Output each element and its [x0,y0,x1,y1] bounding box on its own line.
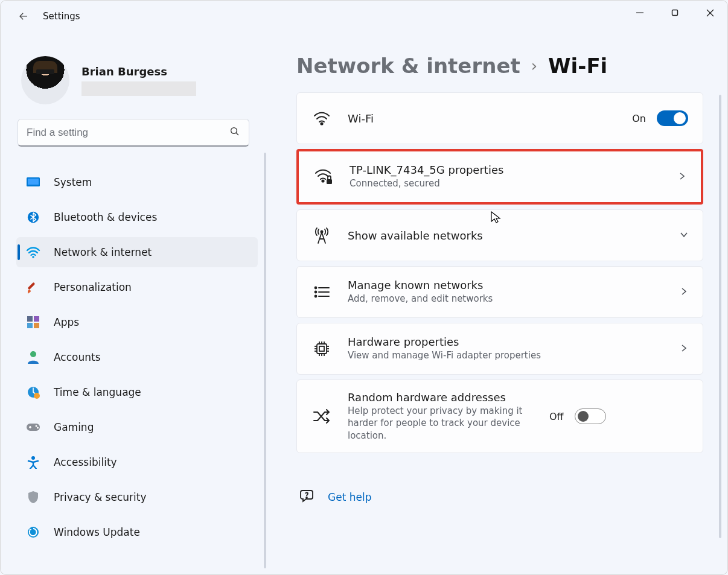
sidebar: Brian Burgess System [1,32,266,574]
svg-line-6 [236,133,238,135]
sidebar-item-label: Windows Update [54,526,140,538]
display-icon [26,175,40,189]
titlebar: Settings [1,1,727,32]
svg-rect-2 [672,10,678,16]
wifi-state-label: On [632,113,646,124]
svg-point-28 [315,287,317,289]
svg-point-22 [31,456,35,460]
svg-rect-15 [34,323,39,328]
sidebar-item-accessibility[interactable]: Accessibility [16,447,258,477]
random-mac-state-label: Off [549,411,564,422]
maximize-button[interactable] [657,1,692,25]
paintbrush-icon [26,280,40,294]
window-controls [622,1,727,25]
sidebar-item-label: Gaming [54,421,94,433]
sidebar-item-network[interactable]: Network & internet [16,237,258,267]
random-mac-title: Random hardware addresses [348,391,535,404]
profile[interactable]: Brian Burgess [1,32,266,119]
update-icon [26,525,40,539]
svg-rect-35 [319,346,324,351]
back-button[interactable] [11,4,36,28]
svg-rect-34 [317,344,327,354]
help-icon [300,488,316,506]
content-scrollbar[interactable] [719,95,721,538]
chevron-right-icon: › [531,57,537,75]
sidebar-item-bluetooth[interactable]: Bluetooth & devices [16,202,258,232]
nav: System Bluetooth & devices Network & int… [1,155,266,547]
available-networks-row[interactable]: Show available networks [296,209,703,261]
chevron-right-icon [680,287,688,297]
known-networks-row[interactable]: Manage known networks Add, remove, and e… [296,266,703,318]
sidebar-item-privacy[interactable]: Privacy & security [16,482,258,512]
svg-rect-12 [27,316,33,322]
sidebar-item-label: Personalization [54,281,132,293]
sidebar-item-label: System [54,176,92,188]
svg-rect-13 [34,316,39,322]
sidebar-item-label: Privacy & security [54,491,147,503]
current-network-status: Connected, secured [350,177,663,189]
sidebar-item-personalization[interactable]: Personalization [16,272,258,302]
breadcrumb-current: Wi-Fi [548,54,607,78]
wifi-master-label: Wi-Fi [348,112,618,125]
content: Network & internet › Wi-Fi Wi-Fi On [266,32,727,574]
antenna-icon [310,226,333,244]
search-box[interactable] [18,119,249,147]
svg-point-30 [315,291,317,293]
svg-point-25 [322,180,324,182]
svg-point-48 [306,497,307,498]
gamepad-icon [26,420,40,434]
svg-rect-14 [27,323,33,328]
get-help-link[interactable]: Get help [328,491,371,503]
minimize-button[interactable] [622,1,657,25]
sidebar-item-label: Time & language [54,386,141,398]
sidebar-item-apps[interactable]: Apps [16,307,258,337]
hardware-sub: View and manage Wi-Fi adapter properties [348,349,665,361]
apps-icon [26,315,40,329]
sidebar-item-label: Bluetooth & devices [54,211,157,223]
search-input[interactable] [27,127,229,139]
sidebar-item-time-language[interactable]: Time & language [16,377,258,407]
wifi-secured-icon [312,168,335,185]
get-help-row[interactable]: Get help [296,488,703,506]
accessibility-icon [26,455,40,469]
random-mac-toggle[interactable] [575,408,606,424]
sidebar-item-label: Network & internet [54,246,152,258]
sidebar-item-label: Apps [54,316,79,328]
known-networks-title: Manage known networks [348,279,665,291]
random-mac-row: Random hardware addresses Help protect y… [296,380,703,453]
chevron-down-icon [680,230,688,241]
avatar [21,56,69,104]
sidebar-item-windows-update[interactable]: Windows Update [16,517,258,547]
svg-point-21 [37,427,39,429]
shuffle-icon [310,409,333,424]
breadcrumb-parent[interactable]: Network & internet [296,54,520,78]
current-network-title: TP-LINK_7434_5G properties [350,164,663,176]
svg-point-18 [34,393,40,399]
hardware-title: Hardware properties [348,335,665,348]
sidebar-item-system[interactable]: System [16,167,258,197]
shield-icon [26,490,40,504]
sidebar-item-accounts[interactable]: Accounts [16,342,258,372]
svg-point-10 [32,256,34,258]
window-title: Settings [43,11,80,22]
wifi-master-card: Wi-Fi On [296,92,703,144]
svg-point-5 [231,128,237,134]
hardware-properties-row[interactable]: Hardware properties View and manage Wi-F… [296,323,703,375]
search-icon [229,126,240,139]
sidebar-item-label: Accounts [54,351,101,363]
chevron-right-icon [680,344,688,354]
clock-globe-icon [26,385,40,399]
profile-name: Brian Burgess [81,65,196,78]
bluetooth-icon [26,210,40,224]
available-networks-title: Show available networks [348,229,665,242]
wifi-toggle[interactable] [657,110,688,126]
wifi-icon [310,111,333,125]
list-icon [310,286,333,298]
svg-rect-11 [28,282,36,290]
chevron-right-icon [678,172,686,182]
svg-rect-26 [327,179,332,184]
current-network-row[interactable]: TP-LINK_7434_5G properties Connected, se… [296,149,703,205]
breadcrumb: Network & internet › Wi-Fi [296,54,703,78]
sidebar-item-gaming[interactable]: Gaming [16,412,258,442]
close-button[interactable] [692,1,727,25]
